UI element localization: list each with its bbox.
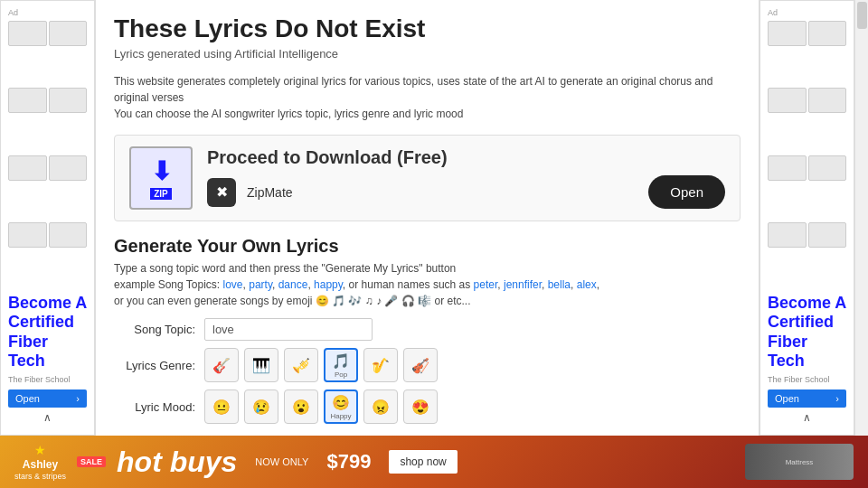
left-ad-chevron-icon: ›: [76, 393, 80, 404]
saxophone-icon: 🎷: [372, 357, 390, 374]
genre-btn-violin[interactable]: 🎻: [403, 348, 438, 382]
left-ad-cell-6: [49, 155, 88, 181]
lyrics-genre-row: Lyrics Genre: 🎸 🎹 🎺 🎵 Pop: [114, 348, 741, 382]
genre-btn-trumpet[interactable]: 🎺: [284, 348, 318, 382]
left-ad-cell-7: [8, 222, 47, 248]
pop-icon: 🎵: [332, 352, 350, 370]
right-ad-cell-2: [808, 21, 847, 46]
right-ad-grid: [768, 21, 846, 288]
surprised-icon: 😮: [292, 399, 310, 416]
zipmate-icon: ✖: [207, 178, 236, 207]
right-ad-cell-8: [808, 222, 847, 248]
example-link-happy[interactable]: happy: [314, 278, 343, 291]
example-link-peter[interactable]: peter: [474, 278, 498, 291]
happy-icon: 😊: [332, 394, 350, 411]
right-ad-cell-1: [768, 21, 807, 46]
left-ad-collapse-icon[interactable]: ∧: [8, 408, 87, 427]
right-ad-chevron-icon: ›: [835, 393, 839, 404]
price-text: $799: [326, 450, 371, 474]
shop-now-button[interactable]: shop now: [389, 450, 457, 474]
genre-btn-sax[interactable]: 🎷: [363, 348, 398, 382]
mood-icon-grid: 😐 😢 😮 😊 Happy 😠: [204, 389, 438, 424]
happy-label: Happy: [330, 412, 351, 420]
guitar-icon: 🎸: [212, 357, 231, 374]
right-ad-label: Ad: [768, 8, 846, 17]
zip-file-icon: ⬇ ZIP: [150, 156, 172, 200]
right-ad-cell-7: [768, 222, 807, 248]
example-link-dance[interactable]: dance: [278, 278, 308, 291]
product-image: Mattress: [745, 444, 854, 480]
zip-icon-container: ⬇ ZIP: [129, 146, 193, 210]
example-link-party[interactable]: party: [249, 278, 272, 291]
right-ad-cell-6: [808, 155, 847, 181]
description-block: This website generates completely origin…: [114, 73, 741, 122]
page-title: These Lyrics Do Not Exist: [114, 14, 741, 43]
mood-btn-surprised[interactable]: 😮: [284, 389, 318, 424]
main-content: These Lyrics Do Not Exist Lyrics generat…: [95, 0, 760, 436]
ad-app-name: ZipMate: [247, 185, 293, 200]
example-link-love[interactable]: love: [223, 278, 243, 291]
song-topic-label: Song Topic:: [114, 323, 195, 336]
right-ad-title: Become A Certified Fiber Tech: [768, 294, 846, 371]
generate-section: Generate Your Own Lyrics Type a song top…: [114, 236, 741, 436]
generate-example: example Song Topics: love, party, dance,…: [114, 278, 741, 291]
description-text-2: You can choose the AI songwriter lyrics …: [114, 108, 463, 120]
left-ad-cell-8: [49, 222, 88, 248]
left-ad-cell-5: [8, 155, 47, 181]
mood-btn-love[interactable]: 😍: [403, 389, 438, 424]
left-sidebar-ad: Ad Become A Certified Fiber Tech The Fib…: [0, 0, 95, 436]
now-only-text: NOW ONLY: [255, 456, 308, 467]
left-ad-grid: [8, 21, 87, 288]
left-ad-open-button[interactable]: Open ›: [8, 389, 87, 408]
genre-icon-grid: 🎸 🎹 🎺 🎵 Pop 🎷: [204, 348, 438, 382]
right-ad-source: The Fiber School: [768, 375, 846, 384]
right-ad-cell-3: [768, 88, 807, 113]
angry-icon: 😠: [372, 399, 390, 416]
bottom-ad: ★ Ashley stars & stripes SALE hot buys N…: [0, 436, 868, 488]
left-ad-title: Become A Certified Fiber Tech: [8, 294, 87, 371]
mood-btn-happy[interactable]: 😊 Happy: [324, 389, 358, 424]
right-ad-open-button[interactable]: Open ›: [768, 389, 846, 408]
violin-icon: 🎻: [411, 357, 429, 374]
brand-name: Ashley: [23, 458, 58, 471]
example-link-bella[interactable]: bella: [548, 278, 571, 291]
left-ad-cell-3: [8, 88, 47, 113]
pop-label: Pop: [335, 371, 347, 379]
genre-btn-piano[interactable]: 🎹: [244, 348, 278, 382]
left-ad-cell-4: [49, 88, 88, 113]
ad-banner-row: ✖ ZipMate Open: [207, 175, 725, 209]
left-ad-label: Ad: [8, 8, 87, 17]
ad-open-button[interactable]: Open: [648, 175, 725, 209]
song-topic-input[interactable]: [204, 318, 373, 341]
scrollbar[interactable]: [854, 0, 868, 436]
lyric-mood-row: Lyric Mood: 😐 😢 😮 😊 Happy: [114, 389, 741, 424]
right-ad-collapse-icon[interactable]: ∧: [768, 408, 846, 427]
mood-btn-sad[interactable]: 😢: [244, 389, 278, 424]
sale-badge: SALE: [77, 456, 106, 467]
ad-banner: ⬇ ZIP Proceed to Download (Free) ✖ ZipMa…: [114, 135, 741, 221]
generate-title: Generate Your Own Lyrics: [114, 236, 741, 257]
left-ad-cell-2: [49, 21, 88, 46]
ad-banner-title: Proceed to Download (Free): [207, 147, 725, 168]
genre-btn-pop[interactable]: 🎵 Pop: [324, 348, 358, 382]
right-sidebar-ad: Ad Become A Certified Fiber Tech The Fib…: [760, 0, 854, 436]
right-ad-cell-4: [808, 88, 847, 113]
mood-btn-neutral[interactable]: 😐: [204, 389, 239, 424]
right-ad-cell-5: [768, 155, 807, 181]
scrollbar-thumb[interactable]: [857, 2, 867, 29]
brand-sub: stars & stripes: [14, 472, 66, 481]
example-link-alex[interactable]: alex: [577, 278, 597, 291]
generate-emoji-line: or you can even generate songs by emoji …: [114, 295, 741, 307]
love-icon: 😍: [411, 399, 429, 416]
example-link-jennifer[interactable]: jennfifer: [504, 278, 542, 291]
generate-description: Type a song topic word and then press th…: [114, 262, 741, 275]
hot-buys-text: hot buys: [117, 446, 237, 479]
lyrics-genre-label: Lyrics Genre:: [114, 359, 195, 372]
mood-btn-angry[interactable]: 😠: [363, 389, 398, 424]
piano-icon: 🎹: [252, 357, 270, 374]
song-topic-row: Song Topic:: [114, 318, 741, 341]
ashley-logo: ★ Ashley stars & stripes: [14, 443, 66, 481]
trumpet-icon: 🎺: [292, 357, 310, 374]
genre-btn-guitar[interactable]: 🎸: [204, 348, 239, 382]
left-ad-source: The Fiber School: [8, 375, 87, 384]
